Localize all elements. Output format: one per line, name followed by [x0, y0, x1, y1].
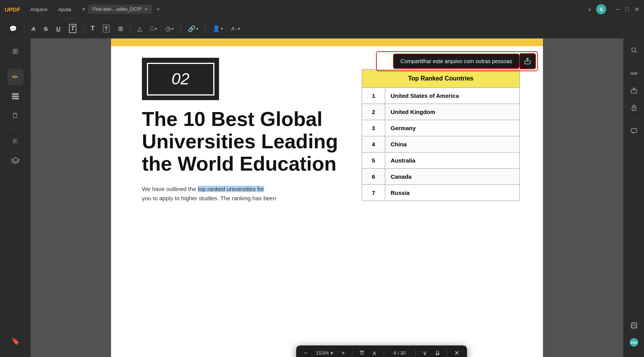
current-page: 4: [393, 350, 396, 356]
table-rank: 5: [362, 153, 385, 169]
yellow-bar: [111, 39, 543, 46]
text2-tool[interactable]: T: [88, 23, 98, 34]
rs-protect[interactable]: [627, 101, 641, 114]
bt-sep4: [447, 349, 447, 357]
sign-tool[interactable]: 👤 ▾: [209, 23, 226, 35]
tab-label: Find-and-...udies_OCR*: [93, 7, 142, 12]
nav-arrow[interactable]: ∨: [588, 7, 592, 12]
table-row: 6Canada: [362, 169, 520, 185]
tooltip-overlay: Compartilhar este arquivo com outras pes…: [393, 53, 536, 69]
table-rank: 1: [362, 88, 385, 104]
rs-export[interactable]: [627, 84, 641, 97]
link-tool[interactable]: 🔗 ▾: [185, 23, 201, 35]
comment-tool[interactable]: 💬: [6, 23, 20, 35]
table-row: 4China: [362, 136, 520, 153]
first-page-button[interactable]: ⇈: [357, 348, 367, 357]
last-page-button[interactable]: ⇊: [433, 348, 442, 357]
chapter-box: 02: [142, 58, 219, 100]
ranked-countries-table-container: Top Ranked Countries 1United States of A…: [362, 69, 520, 201]
underline-tool[interactable]: U: [53, 23, 64, 34]
chapter-number: 02: [172, 70, 190, 88]
sidebar-highlight[interactable]: ✏: [7, 69, 24, 85]
strikethrough-tool[interactable]: S: [41, 23, 51, 34]
svg-rect-0: [12, 93, 19, 95]
next-page-button[interactable]: ∨: [420, 348, 430, 357]
rs-ocr[interactable]: OCR: [627, 67, 641, 80]
textbox-tool[interactable]: T: [100, 22, 113, 35]
table-rank: 7: [362, 185, 385, 201]
stamp-tool[interactable]: A↓ ▾: [228, 23, 243, 34]
table-row: 2United Kingdom: [362, 104, 520, 120]
main-layout: ⊞ ✏ 🗒 ⎘ 🔖: [0, 39, 644, 357]
zoom-in-button[interactable]: +: [339, 348, 347, 357]
menu-arquivo[interactable]: Arquivo: [27, 5, 51, 14]
document-area: 02 The 10 Best Global Universities Leadi…: [31, 39, 623, 357]
svg-marker-3: [12, 158, 19, 162]
zoom-out-button[interactable]: −: [302, 348, 310, 357]
rs-save[interactable]: [627, 318, 641, 332]
bt-sep2: [384, 349, 384, 357]
svg-rect-1: [12, 96, 19, 97]
window-controls: ─ □ ✕: [615, 6, 639, 13]
toolbar-close-button[interactable]: ✕: [452, 348, 462, 357]
table-row: 5Australia: [362, 153, 520, 169]
sep4: [180, 24, 181, 33]
sidebar-comments[interactable]: 🗒: [7, 107, 24, 124]
table-country: United States of America: [385, 88, 520, 104]
sidebar-bookmark[interactable]: 🔖: [7, 333, 24, 349]
rs-updf-brand[interactable]: PDF: [627, 335, 641, 349]
share-button[interactable]: [520, 53, 536, 69]
rect-tool[interactable]: □ ▾: [147, 23, 160, 34]
table-country: Russia: [385, 185, 520, 201]
sidebar-thumbnails[interactable]: ⊞: [7, 43, 24, 59]
rs-sep2: [628, 119, 640, 119]
table-row: 3Germany: [362, 120, 520, 136]
titlebar-right: ∨ S ─ □ ✕: [588, 4, 639, 14]
active-tab[interactable]: Find-and-...udies_OCR* ✕: [88, 5, 152, 14]
image-tool[interactable]: ⊞: [115, 23, 126, 35]
table-header: Top Ranked Countries: [362, 70, 520, 88]
svg-rect-11: [631, 323, 637, 328]
highlight-tool[interactable]: A: [28, 23, 39, 34]
svg-line-6: [635, 51, 637, 53]
table-rank: 6: [362, 169, 385, 185]
main-title: The 10 Best Global Universities Leading …: [142, 108, 358, 175]
avatar[interactable]: S: [596, 4, 606, 14]
sidebar-layers[interactable]: [7, 153, 24, 169]
sidebar-organize[interactable]: [7, 88, 24, 104]
close-button[interactable]: ✕: [634, 6, 639, 13]
sep5: [205, 24, 206, 33]
highlighted-text: top ranked universities for: [198, 186, 264, 192]
rs-sep1: [628, 62, 640, 62]
rs-search[interactable]: [627, 43, 641, 57]
sidebar-extract[interactable]: ⎘: [7, 133, 24, 149]
triangle-tool[interactable]: △: [134, 23, 145, 35]
sep1: [24, 24, 24, 33]
tab-close-button[interactable]: ✕: [144, 7, 148, 12]
table-country: China: [385, 136, 520, 153]
sep2: [83, 24, 84, 33]
body-text: We have outlined the top ranked universi…: [142, 184, 358, 203]
new-tab-button[interactable]: +: [154, 6, 162, 13]
zoom-level: 153%: [316, 350, 329, 356]
rs-chat[interactable]: [627, 124, 641, 138]
prev-page-button[interactable]: ∧: [370, 348, 379, 357]
right-sidebar: OCR: [623, 39, 644, 357]
arc-tool[interactable]: ◷ ▾: [162, 23, 177, 35]
zoom-dropdown-icon[interactable]: ▾: [330, 350, 333, 356]
zoom-display: 153% ▾: [313, 349, 336, 357]
tab-dropdown[interactable]: ▾: [81, 6, 86, 13]
total-pages: 30: [400, 350, 406, 356]
svg-point-9: [633, 108, 634, 109]
minimize-button[interactable]: ─: [615, 6, 620, 13]
menu-ajuda[interactable]: Ajuda: [54, 5, 75, 14]
table-country: Canada: [385, 169, 520, 185]
svg-rect-13: [632, 326, 636, 328]
svg-point-5: [632, 48, 636, 52]
app-logo: UPDF: [5, 6, 20, 13]
maximize-button[interactable]: □: [625, 6, 629, 13]
text-tool[interactable]: T: [66, 22, 80, 35]
sidebar-sep-1: [8, 64, 22, 64]
svg-rect-2: [12, 98, 19, 99]
titlebar: UPDF Arquivo Ajuda ▾ Find-and-...udies_O…: [0, 0, 644, 18]
